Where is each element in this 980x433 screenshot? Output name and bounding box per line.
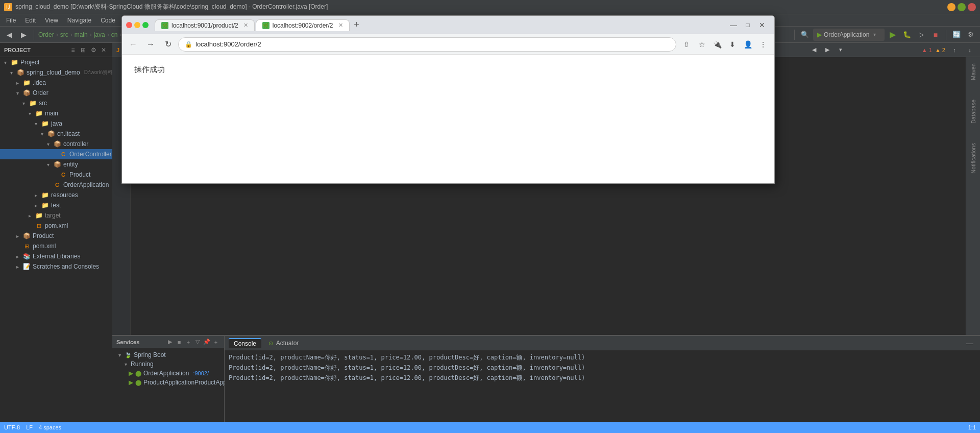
tree-item-test[interactable]: ▸ 📁 test — [0, 200, 112, 210]
tree-item-project[interactable]: ▾ 📁 Project — [0, 57, 112, 67]
actuator-tab[interactable]: ⊙ Actuator — [263, 339, 304, 348]
browser-star-btn[interactable]: ☆ — [695, 37, 709, 52]
browser-tab-2[interactable]: 🌿 localhost:9002/order/2 ✕ — [256, 19, 350, 31]
sidebar-tools: ≡ ⊞ ⚙ ✕ — [68, 45, 108, 55]
toolbar-settings-btn[interactable]: ⚙ — [965, 29, 977, 41]
browser-tab-close-2[interactable]: ✕ — [338, 22, 343, 29]
browser-close-btn[interactable] — [126, 22, 132, 28]
console-line-3: Product(id=2, productName=你好, status=1, … — [229, 373, 976, 383]
tree-item-order[interactable]: ▾ 📦 Order — [0, 88, 112, 98]
menu-navigate[interactable]: Navigate — [63, 16, 95, 25]
scroll-top-btn[interactable]: ↑ — [948, 44, 961, 56]
tree-item-product-class[interactable]: C Product — [0, 170, 112, 180]
tree-item-ordercontroller[interactable]: C OrderController — [0, 149, 112, 159]
browser-forward-btn[interactable]: → — [143, 37, 158, 52]
tree-item-controller[interactable]: ▾ 📦 controller — [0, 139, 112, 149]
app-icon: IJ — [4, 3, 12, 11]
maximize-button[interactable] — [958, 3, 966, 11]
tab-scroll-right[interactable]: ▶ — [821, 44, 834, 56]
browser-back-btn[interactable]: ← — [126, 37, 140, 52]
console-close-btn[interactable]: — — [964, 337, 976, 349]
tree-item-resources[interactable]: ▸ 📁 resources — [0, 190, 112, 200]
browser-profile-btn[interactable]: 👤 — [741, 37, 755, 52]
browser-win-min[interactable]: — — [727, 19, 740, 31]
scroll-bottom-btn[interactable]: ↓ — [964, 44, 976, 56]
status-indent[interactable]: 4 spaces — [39, 424, 61, 430]
tree-item-main[interactable]: ▾ 📁 main — [0, 108, 112, 118]
tree-item-cn-itcast[interactable]: ▾ 📦 cn.itcast — [0, 129, 112, 139]
menu-view[interactable]: View — [41, 16, 62, 25]
tab-recently-viewed[interactable]: ▾ — [835, 44, 847, 56]
tree-item-spring-cloud-demo[interactable]: ▾ 📦 spring_cloud_demo D:\work\资料-SpringC… — [0, 67, 112, 78]
toolbar-update-btn[interactable]: 🔄 — [950, 29, 963, 41]
status-encoding[interactable]: UTF-8 — [4, 424, 20, 430]
toolbar-back-btn[interactable]: ◀ — [3, 29, 15, 41]
breadcrumb-order[interactable]: Order — [38, 31, 54, 38]
tree-item-product-module[interactable]: ▸ 📦 Product — [0, 231, 112, 241]
run-config-dropdown[interactable]: ▾ — [873, 32, 876, 37]
services-item-springboot[interactable]: ▾ 🍃 Spring Boot — [112, 350, 224, 359]
browser-bookmark-btn[interactable]: ⇧ — [679, 37, 694, 52]
breadcrumb-src[interactable]: src — [60, 31, 68, 38]
services-item-orderapp[interactable]: ▶ ⬤ OrderApplication :9002/ — [112, 369, 224, 378]
menu-code[interactable]: Code — [96, 16, 119, 25]
browser-new-tab-btn[interactable]: + — [351, 19, 363, 31]
status-linesep[interactable]: LF — [26, 424, 33, 430]
arrow-product-module: ▸ — [14, 233, 20, 239]
services-stop-btn[interactable]: ■ — [175, 338, 183, 346]
browser-minimize-btn[interactable] — [134, 22, 140, 28]
tree-item-external-libs[interactable]: ▸ 📚 External Libraries — [0, 251, 112, 261]
main-folder-icon: 📁 — [35, 109, 43, 117]
services-item-running[interactable]: ▾ Running — [112, 359, 224, 369]
browser-extension-btn[interactable]: 🔌 — [710, 37, 724, 52]
browser-refresh-btn[interactable]: ↻ — [161, 37, 175, 52]
right-panel-notifications[interactable]: Notifications — [969, 139, 977, 178]
toolbar-run-with-coverage-btn[interactable]: ▷ — [915, 29, 927, 41]
services-run-btn[interactable]: ▶ — [166, 338, 174, 346]
tree-item-pom-order[interactable]: ⊞ pom.xml — [0, 221, 112, 231]
url-bar[interactable]: 🔒 localhost:9002/order/2 — [178, 37, 676, 52]
toolbar-search-btn[interactable]: 🔍 — [799, 29, 811, 41]
browser-save-btn[interactable]: ⬇ — [725, 37, 740, 52]
services-pin-btn[interactable]: 📌 — [203, 338, 211, 346]
toolbar-forward-btn[interactable]: ▶ — [17, 29, 30, 41]
sidebar-close-btn[interactable]: ✕ — [99, 45, 108, 55]
sidebar-collapse-btn[interactable]: ≡ — [68, 45, 78, 55]
toolbar-run-btn[interactable]: ▶ — [887, 29, 899, 41]
sidebar-settings-btn[interactable]: ⚙ — [89, 45, 98, 55]
tree-item-idea[interactable]: ▸ 📁 .idea — [0, 78, 112, 88]
toolbar-stop-btn[interactable]: ■ — [929, 29, 942, 41]
tree-item-src[interactable]: ▾ 📁 src — [0, 98, 112, 108]
status-line[interactable]: 1:1 — [968, 424, 976, 430]
right-panel-maven[interactable]: Maven — [969, 59, 977, 84]
services-filter-btn[interactable]: ▽ — [193, 338, 202, 346]
breadcrumb-main[interactable]: main — [75, 31, 88, 38]
browser-win-close[interactable]: ✕ — [756, 19, 768, 31]
tree-label-idea: .idea — [33, 79, 46, 86]
browser-maximize-btn[interactable] — [142, 22, 149, 28]
services-more-btn[interactable]: + — [212, 338, 220, 346]
tree-item-target[interactable]: ▸ 📁 target — [0, 210, 112, 221]
tab-scroll-left[interactable]: ◀ — [808, 44, 820, 56]
breadcrumb-cn[interactable]: cn — [111, 31, 118, 38]
toolbar-debug-btn[interactable]: 🐛 — [901, 29, 913, 41]
tree-item-java[interactable]: ▾ 📁 java — [0, 118, 112, 129]
menu-file[interactable]: File — [2, 16, 20, 25]
tree-item-orderapplication[interactable]: C OrderApplication — [0, 180, 112, 190]
sidebar-expand-btn[interactable]: ⊞ — [79, 45, 88, 55]
browser-win-restore[interactable]: □ — [742, 19, 754, 31]
tree-item-pom-root[interactable]: ⊞ pom.xml — [0, 241, 112, 251]
right-panel-database[interactable]: Database — [969, 95, 977, 128]
services-item-productapp[interactable]: ▶ ⬤ ProductApplicationProductApplication… — [112, 378, 224, 387]
browser-menu-btn[interactable]: ⋮ — [756, 37, 770, 52]
breadcrumb-java[interactable]: java — [94, 31, 105, 38]
close-button[interactable] — [968, 3, 976, 11]
tree-item-entity[interactable]: ▾ 📦 entity — [0, 159, 112, 170]
minimize-button[interactable] — [947, 3, 955, 11]
menu-edit[interactable]: Edit — [21, 16, 40, 25]
browser-tab-close-1[interactable]: ✕ — [243, 22, 248, 29]
console-tab[interactable]: Console — [229, 338, 261, 348]
services-add-btn[interactable]: + — [184, 338, 192, 346]
browser-tab-1[interactable]: 🌿 localhost:9001/product/2 ✕ — [155, 19, 255, 31]
tree-item-scratches[interactable]: ▸ 📝 Scratches and Consoles — [0, 261, 112, 272]
